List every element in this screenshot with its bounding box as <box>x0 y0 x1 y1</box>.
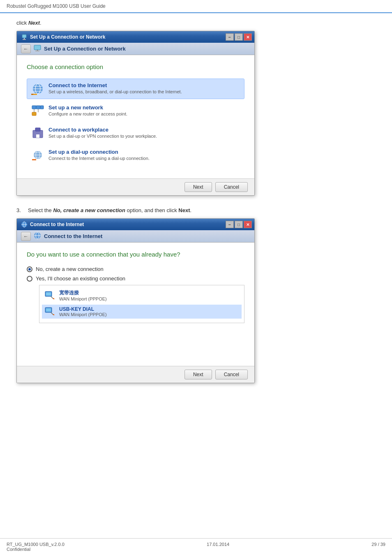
svg-rect-21 <box>36 134 39 138</box>
dialog2-navbar: ← Connect to the Internet <box>17 230 254 243</box>
page-header: Robustel GoRugged M1000 USB User Guide <box>0 0 392 13</box>
conn-item-broadband[interactable]: 宽带连接 WAN Miniport (PPPOE) <box>42 288 242 303</box>
dialog2-next-button[interactable]: Next <box>184 370 212 379</box>
radio-existing-connection[interactable]: Yes, I'll choose an existing connection <box>27 275 244 282</box>
svg-rect-2 <box>23 39 26 40</box>
conn-usb-dial-sub: WAN Miniport (PPPOE) <box>59 312 107 317</box>
conn-broadband-text: 宽带连接 WAN Miniport (PPPOE) <box>59 289 107 301</box>
radio-no-input[interactable] <box>27 266 32 272</box>
svg-rect-27 <box>32 159 36 160</box>
dialog2-close-button[interactable]: ✕ <box>244 221 252 228</box>
close-button[interactable]: ✕ <box>244 33 252 41</box>
dialog1-titlebar: Set Up a Connection or Network − □ ✕ <box>17 31 254 43</box>
footer-date: 17.01.2014 <box>207 542 229 547</box>
option-workplace-text: Connect to a workplace Set up a dial-up … <box>48 127 157 139</box>
option-workplace-title: Connect to a workplace <box>48 127 157 133</box>
svg-rect-35 <box>46 292 51 296</box>
back-button[interactable]: ← <box>21 44 31 53</box>
option-connect-internet[interactable]: Connect to the Internet Set up a wireles… <box>27 79 244 99</box>
option-workplace-desc: Set up a dial-up or VPN connection to yo… <box>48 134 157 139</box>
dialog1-titlebar-left: Set Up a Connection or Network <box>21 34 105 40</box>
option-dialup-title: Set up a dial-up connection <box>48 149 150 155</box>
svg-rect-3 <box>34 45 41 50</box>
conn-usb-dial-text: USB-KEY DIAL WAN Miniport (PPPOE) <box>59 306 107 317</box>
option-dialup-text: Set up a dial-up connection Connect to t… <box>48 149 150 161</box>
svg-rect-12 <box>31 94 33 95</box>
dialog2-controls[interactable]: − □ ✕ <box>226 221 252 228</box>
minimize-button[interactable]: − <box>226 33 234 41</box>
step3-item: 3. Select the No, create a new connectio… <box>16 207 376 213</box>
svg-rect-38 <box>46 308 51 312</box>
dialog1-heading: Choose a connection option <box>27 63 244 70</box>
option-new-network[interactable]: Set up a new network Configure a new rou… <box>27 101 244 121</box>
dialog2-body: Do you want to use a connection that you… <box>17 243 254 366</box>
page-footer: RT_UG_M1000 USB_v.2.0.0 Confidential 17.… <box>0 538 392 555</box>
dialog2-maximize-button[interactable]: □ <box>235 221 243 228</box>
step3-text: Select the No, create a new connection o… <box>28 207 191 213</box>
dialog2-title: Connect to the Internet <box>30 222 84 227</box>
broadband-icon <box>44 291 56 301</box>
option-dialup-desc: Connect to the Internet using a dial-up … <box>48 156 150 161</box>
connection-list: 宽带连接 WAN Miniport (PPPOE) <box>39 285 244 323</box>
dialog2-footer: Next Cancel <box>17 366 254 383</box>
page-content: click Next. Set Up a Connection or Netwo… <box>0 13 392 401</box>
dialog1-nav-label: Set Up a Connection or Network <box>44 46 126 52</box>
maximize-button[interactable]: □ <box>235 33 243 41</box>
svg-rect-20 <box>35 128 40 131</box>
conn-usb-dial-title: USB-KEY DIAL <box>59 306 107 312</box>
internet-nav-icon <box>33 232 42 241</box>
radio-yes-input[interactable] <box>27 276 32 282</box>
svg-marker-39 <box>53 314 54 316</box>
network-nav-icon <box>33 44 42 53</box>
document-title: Robustel GoRugged M1000 USB User Guide <box>7 3 106 9</box>
radio-yes-label: Yes, I'll choose an existing connection <box>36 275 125 282</box>
svg-rect-13 <box>32 106 36 109</box>
dialog2-nav-label: Connect to the Internet <box>44 233 102 239</box>
dialog1-title: Set Up a Connection or Network <box>30 34 105 40</box>
page-number: 29 / 39 <box>371 542 385 547</box>
footer-center: 17.01.2014 <box>207 542 229 552</box>
option-internet-title: Connect to the Internet <box>48 82 182 88</box>
dialog1-next-button[interactable]: Next <box>184 182 212 192</box>
svg-rect-5 <box>35 51 39 51</box>
option-internet-desc: Set up a wireless, broadband, or dial-up… <box>48 89 182 94</box>
conn-broadband-sub: WAN Miniport (PPPOE) <box>59 296 107 301</box>
workplace-icon <box>31 127 44 140</box>
confidential-label: Confidential <box>7 547 30 552</box>
svg-rect-16 <box>32 112 36 116</box>
dialog2-heading: Do you want to use a connection that you… <box>27 251 244 258</box>
option-new-network-title: Set up a new network <box>48 104 127 111</box>
conn-item-usb-key-dial[interactable]: USB-KEY DIAL WAN Miniport (PPPOE) <box>42 305 242 319</box>
dialog1-navbar: ← Set Up a Connection or Network <box>17 43 254 55</box>
dialog2-minimize-button[interactable]: − <box>226 221 234 228</box>
svg-marker-36 <box>53 298 54 300</box>
dialog1-footer: Next Cancel <box>17 178 254 195</box>
dialog2-titlebar-left: Connect to the Internet <box>21 221 84 228</box>
dialog1-cancel-button[interactable]: Cancel <box>215 182 248 192</box>
new-network-icon <box>31 104 44 118</box>
internet-option-icon <box>31 82 44 95</box>
option-workplace[interactable]: Connect to a workplace Set up a dial-up … <box>27 123 244 143</box>
usb-dial-icon <box>44 307 56 317</box>
dialog-set-up-connection: Set Up a Connection or Network − □ ✕ ← <box>16 31 255 196</box>
conn-broadband-title: 宽带连接 <box>59 289 107 296</box>
footer-right: 29 / 39 <box>371 542 385 552</box>
network-icon <box>21 34 28 40</box>
option-internet-text: Connect to the Internet Set up a wireles… <box>48 82 182 94</box>
svg-rect-15 <box>40 106 44 109</box>
svg-rect-14 <box>36 106 40 109</box>
dialog-connect-internet: Connect to the Internet − □ ✕ ← Connect <box>16 218 255 383</box>
step3-number: 3. <box>16 207 25 213</box>
dialog2-back-button[interactable]: ← <box>21 232 31 241</box>
dialog1-nav-title: Set Up a Connection or Network <box>33 44 126 53</box>
internet-titlebar-icon <box>21 221 28 228</box>
dialog1-controls[interactable]: − □ ✕ <box>226 33 252 41</box>
instruction-text: click Next. <box>16 20 376 26</box>
dialup-icon <box>31 149 44 162</box>
dialog2-cancel-button[interactable]: Cancel <box>215 370 248 379</box>
option-dialup[interactable]: Set up a dial-up connection Connect to t… <box>27 145 244 166</box>
dialog2-titlebar: Connect to the Internet − □ ✕ <box>17 219 254 230</box>
radio-no-label: No, create a new connection <box>36 266 104 272</box>
option-new-network-text: Set up a new network Configure a new rou… <box>48 104 127 116</box>
radio-no-new-connection[interactable]: No, create a new connection <box>27 266 244 272</box>
